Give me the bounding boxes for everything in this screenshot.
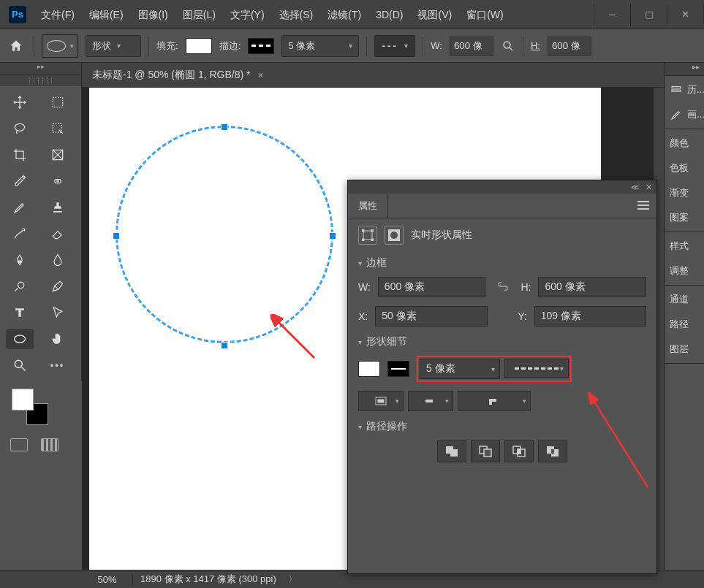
properties-tab-title[interactable]: 属性 xyxy=(348,194,388,218)
stroke-corners-select[interactable]: ▾ xyxy=(458,391,531,411)
panel-gradient[interactable]: 渐变 xyxy=(665,180,704,205)
gradient-tool[interactable] xyxy=(6,250,34,270)
prop-y-input[interactable] xyxy=(534,306,646,327)
border-section-title[interactable]: ▾边框 xyxy=(358,256,646,270)
resize-handle-top[interactable] xyxy=(221,123,228,131)
panel-menu-icon[interactable] xyxy=(637,201,649,212)
home-icon[interactable] xyxy=(6,36,26,56)
svg-rect-41 xyxy=(551,449,554,454)
quick-select-tool[interactable] xyxy=(44,118,72,139)
ellipse-tool[interactable] xyxy=(6,329,34,349)
prop-x-input[interactable] xyxy=(375,306,487,327)
menu-view[interactable]: 视图(V) xyxy=(410,0,459,29)
menu-type[interactable]: 文字(Y) xyxy=(223,0,272,29)
svg-rect-23 xyxy=(362,229,364,232)
tools-collapse[interactable]: ▸▸ xyxy=(0,63,82,75)
more-tools[interactable]: ••• xyxy=(44,355,72,375)
collapse-icon[interactable]: ≪ xyxy=(631,183,640,192)
shape-tool-indicator[interactable]: ▾ xyxy=(42,34,78,58)
panel-color[interactable]: 颜色 xyxy=(665,131,704,156)
menu-3d[interactable]: 3D(D) xyxy=(368,0,410,29)
menu-select[interactable]: 选择(S) xyxy=(272,0,321,29)
stroke-swatch[interactable] xyxy=(248,38,274,54)
properties-panel-top[interactable]: ≪✕ xyxy=(348,180,656,194)
menu-filter[interactable]: 滤镜(T) xyxy=(320,0,368,29)
panel-path[interactable]: 路径 xyxy=(665,312,704,337)
lasso-tool[interactable] xyxy=(6,118,34,139)
move-tool[interactable] xyxy=(6,92,34,112)
maximize-button[interactable]: ▢ xyxy=(631,4,667,26)
height-input[interactable] xyxy=(548,37,591,56)
history-brush-tool[interactable] xyxy=(6,224,34,244)
screen-mode-icon[interactable] xyxy=(41,438,58,451)
close-tab-icon[interactable]: × xyxy=(257,69,263,81)
quick-mask-icon[interactable] xyxy=(10,438,28,451)
prop-w-input[interactable] xyxy=(378,277,486,297)
zoom-readout[interactable]: 50% xyxy=(82,574,133,585)
type-tool[interactable] xyxy=(6,302,34,323)
crop-tool[interactable] xyxy=(6,145,34,165)
panel-brush[interactable]: 画... xyxy=(665,102,704,127)
svg-rect-20 xyxy=(637,205,649,206)
close-button[interactable]: ✕ xyxy=(667,4,704,26)
pathop-intersect[interactable] xyxy=(504,440,534,462)
panel-pattern[interactable]: 图案 xyxy=(665,205,704,230)
stroke-caps-select[interactable]: ▾ xyxy=(408,391,453,411)
document-tab[interactable]: 未标题-1 @ 50% (椭圆 1, RGB/8) * × xyxy=(82,63,665,88)
pen-tool[interactable] xyxy=(44,276,72,297)
healing-tool[interactable] xyxy=(44,171,72,191)
menu-window[interactable]: 窗口(W) xyxy=(459,0,511,29)
foreground-color-swatch[interactable] xyxy=(12,389,34,411)
fill-swatch[interactable] xyxy=(186,38,212,54)
stroke-align-select[interactable]: ▾ xyxy=(358,391,404,411)
pathop-subtract[interactable] xyxy=(471,440,500,462)
width-input[interactable] xyxy=(450,37,493,56)
close-icon[interactable]: ✕ xyxy=(646,183,652,192)
resize-handle-right[interactable] xyxy=(329,232,336,240)
ellipse-shape-on-canvas[interactable] xyxy=(116,126,333,343)
tools-drag-handle[interactable]: ┆┆┆┆┆┆ xyxy=(0,75,82,86)
resize-handle-bottom[interactable] xyxy=(221,342,228,349)
status-chevron-icon[interactable]: 〉 xyxy=(284,573,302,586)
minimize-button[interactable]: ─ xyxy=(594,4,631,26)
hand-tool[interactable] xyxy=(44,329,72,349)
detail-stroke-width-select[interactable]: 5 像素▾ xyxy=(420,359,500,379)
panel-layer[interactable]: 图层 xyxy=(665,337,704,362)
panels-collapse[interactable]: ▸▸ xyxy=(665,63,704,76)
panel-channel[interactable]: 通道 xyxy=(665,287,704,312)
resize-handle-left[interactable] xyxy=(113,232,120,240)
frame-tool[interactable] xyxy=(44,145,72,165)
stroke-width-select[interactable]: 5 像素▾ xyxy=(281,35,359,57)
panel-style[interactable]: 样式 xyxy=(665,234,704,259)
search-icon[interactable] xyxy=(501,39,515,53)
prop-h-input[interactable] xyxy=(538,277,646,297)
marquee-tool[interactable] xyxy=(44,92,72,112)
zoom-tool[interactable] xyxy=(6,355,34,375)
shape-detail-title[interactable]: ▾形状细节 xyxy=(358,335,646,348)
menu-edit[interactable]: 编辑(E) xyxy=(82,0,131,29)
path-select-tool[interactable] xyxy=(44,302,72,323)
brush-tool[interactable] xyxy=(6,197,34,218)
app-logo: Ps xyxy=(9,6,26,23)
shape-mode-select[interactable]: 形状▾ xyxy=(86,35,141,57)
pathop-combine[interactable] xyxy=(437,440,466,462)
link-wh-icon[interactable] xyxy=(493,280,513,294)
pathop-exclude[interactable] xyxy=(538,440,567,462)
document-info[interactable]: 1890 像素 x 1417 像素 (300 ppi) xyxy=(133,573,284,586)
eyedropper-tool[interactable] xyxy=(6,171,34,191)
detail-fill-swatch[interactable] xyxy=(358,361,380,377)
menu-file[interactable]: 文件(F) xyxy=(34,0,82,29)
blur-tool[interactable] xyxy=(44,250,72,270)
eraser-tool[interactable] xyxy=(44,224,72,244)
menu-image[interactable]: 图像(I) xyxy=(131,0,175,29)
panel-adjust[interactable]: 调整 xyxy=(665,259,704,283)
detail-stroke-style-select[interactable]: ▾ xyxy=(504,359,569,378)
dodge-tool[interactable] xyxy=(6,276,34,297)
stroke-style-select[interactable]: ---▾ xyxy=(374,35,415,57)
panel-history[interactable]: 历... xyxy=(665,77,704,102)
stamp-tool[interactable] xyxy=(44,197,72,218)
svg-rect-35 xyxy=(484,449,491,457)
menu-layer[interactable]: 图层(L) xyxy=(175,0,223,29)
panel-swatches[interactable]: 色板 xyxy=(665,156,704,180)
detail-stroke-swatch[interactable] xyxy=(387,361,409,377)
